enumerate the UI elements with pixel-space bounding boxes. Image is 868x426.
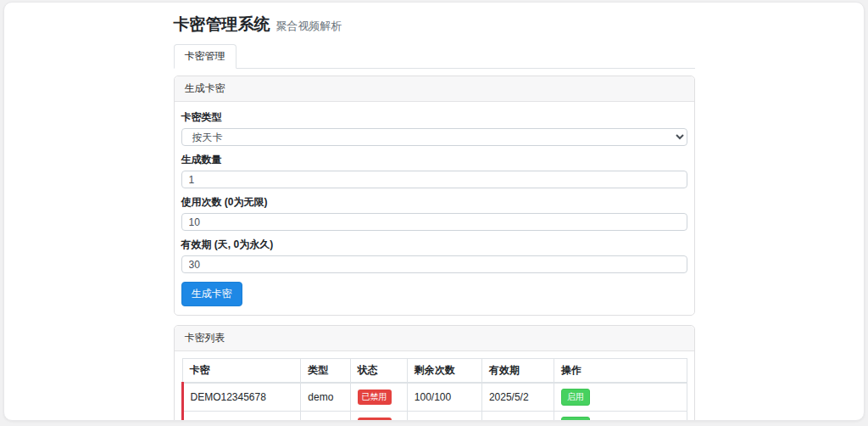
generate-button[interactable]: 生成卡密 bbox=[181, 282, 242, 306]
cell-key: DEMO12345678 bbox=[182, 383, 301, 412]
card-key-table: 卡密 类型 状态 剩余次数 有效期 操作 DEMO12345678 demo bbox=[181, 358, 687, 421]
generate-form: 卡密类型 按天卡 生成数量 使用次数 (0为无限) 有效期 (天, 0为永久) … bbox=[175, 102, 694, 315]
validity-label: 有效期 (天, 0为永久) bbox=[181, 238, 687, 252]
col-header-expiry: 有效期 bbox=[481, 359, 554, 384]
cell-type: demo bbox=[301, 383, 350, 412]
quantity-input[interactable] bbox=[181, 171, 687, 188]
cell-status: 已禁用 bbox=[350, 412, 407, 422]
list-panel-body: 卡密 类型 状态 剩余次数 有效期 操作 DEMO12345678 demo bbox=[175, 351, 694, 421]
quantity-label: 生成数量 bbox=[181, 153, 687, 167]
col-header-key: 卡密 bbox=[182, 359, 301, 384]
generate-panel: 生成卡密 卡密类型 按天卡 生成数量 使用次数 (0为无限) 有效期 (天, 0… bbox=[174, 76, 695, 316]
cell-type: day bbox=[301, 412, 350, 422]
tab-card-key-management[interactable]: 卡密管理 bbox=[174, 44, 236, 69]
tab-bar: 卡密管理 bbox=[174, 43, 695, 69]
enable-button[interactable]: 启用 bbox=[561, 389, 590, 406]
col-header-remaining: 剩余次数 bbox=[407, 359, 481, 384]
validity-input[interactable] bbox=[181, 255, 687, 273]
card-type-select[interactable]: 按天卡 bbox=[181, 128, 687, 146]
cell-remaining: 8/10 bbox=[407, 412, 481, 422]
page-header: 卡密管理系统 聚合视频解析 bbox=[174, 14, 695, 36]
cell-status: 已禁用 bbox=[350, 383, 407, 412]
col-header-status: 状态 bbox=[350, 359, 407, 384]
col-header-type: 类型 bbox=[301, 359, 350, 384]
app-window: 卡密管理系统 聚合视频解析 卡密管理 生成卡密 卡密类型 按天卡 生成数量 使用… bbox=[3, 2, 865, 421]
card-type-label: 卡密类型 bbox=[181, 110, 687, 125]
status-badge: 已禁用 bbox=[358, 418, 392, 421]
cell-remaining: 100/100 bbox=[407, 383, 481, 412]
col-header-action: 操作 bbox=[554, 359, 687, 384]
page-title: 卡密管理系统 bbox=[174, 14, 270, 36]
usage-count-label: 使用次数 (0为无限) bbox=[181, 195, 687, 210]
usage-count-input[interactable] bbox=[181, 213, 687, 231]
cell-key: D6D87FF8EFE7 bbox=[182, 412, 301, 422]
cell-expiry: 2025/5/2 bbox=[481, 383, 554, 412]
page-subtitle: 聚合视频解析 bbox=[276, 19, 342, 34]
table-row: DEMO12345678 demo 已禁用 100/100 2025/5/2 启… bbox=[182, 383, 687, 412]
generate-panel-title: 生成卡密 bbox=[175, 76, 694, 102]
main-container: 卡密管理系统 聚合视频解析 卡密管理 生成卡密 卡密类型 按天卡 生成数量 使用… bbox=[174, 3, 695, 421]
cell-action: 启用 bbox=[554, 383, 687, 412]
enable-button[interactable]: 启用 bbox=[561, 417, 590, 421]
list-panel: 卡密列表 卡密 类型 状态 剩余次数 有效期 操作 bbox=[174, 325, 695, 421]
cell-expiry: 2025/5/2 bbox=[481, 412, 554, 422]
cell-action: 启用 bbox=[554, 412, 687, 422]
table-header-row: 卡密 类型 状态 剩余次数 有效期 操作 bbox=[182, 359, 687, 384]
status-badge: 已禁用 bbox=[358, 390, 392, 405]
list-panel-title: 卡密列表 bbox=[175, 326, 694, 351]
table-row: D6D87FF8EFE7 day 已禁用 8/10 2025/5/2 启用 bbox=[182, 412, 687, 422]
